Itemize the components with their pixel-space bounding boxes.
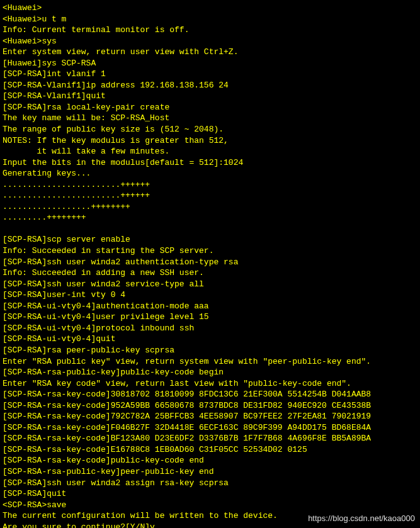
terminal-line: ........................++++++ — [3, 179, 417, 191]
terminal-line: <Huawei>sys — [3, 36, 417, 47]
terminal-line: [SCP-RSA]ssh user winda2 assign rsa-key … — [3, 478, 417, 489]
watermark-text: https://blog.csdn.net/kaoa000 — [308, 513, 415, 524]
terminal-line: <Huawei> — [3, 3, 417, 14]
terminal-line: [SCP-RSA-Vlanif1]ip address 192.168.138.… — [3, 80, 417, 91]
terminal-line: Enter "RSA key code" view, return last v… — [3, 378, 417, 390]
terminal-line: The key name will be: SCP-RSA_Host — [3, 113, 417, 124]
terminal-line: [SCP-RSA-rsa-key-code]public-key-code en… — [3, 455, 417, 466]
terminal-line: <SCP-RSA>save — [3, 500, 417, 511]
terminal-line: [SCP-RSA-rsa-public-key]peer-public-key … — [3, 466, 417, 478]
terminal-line: The range of public key size is (512 ~ 2… — [3, 124, 417, 135]
terminal-line: [SCP-RSA]int vlanif 1 — [3, 69, 417, 80]
terminal-line: [SCP-RSA-rsa-key-code]952A59BB 66580678 … — [3, 400, 417, 412]
terminal-line: [SCP-RSA-rsa-key-code]30818702 81810099 … — [3, 389, 417, 400]
terminal-line: Input the bits in the modulus[default = … — [3, 157, 417, 169]
terminal-line: [SCP-RSA-ui-vty0-4]user privilege level … — [3, 312, 417, 323]
terminal-line: [SCP-RSA]ssh user winda2 authentication-… — [3, 257, 417, 268]
terminal-line: [SCP-RSA-rsa-key-code]F046B27F 32D4418E … — [3, 422, 417, 434]
terminal-line: Generating keys... — [3, 168, 417, 179]
terminal-line: ..................++++++++ — [3, 201, 417, 213]
terminal-line: [SCP-RSA-ui-vty0-4]authentication-mode a… — [3, 301, 417, 312]
terminal-line: [SCP-RSA-Vlanif1]quit — [3, 91, 417, 102]
terminal-line: [SCP-RSA-rsa-public-key]public-key-code … — [3, 367, 417, 378]
terminal-line: [SCP-RSA]user-int vty 0 4 — [3, 289, 417, 301]
terminal-line: NOTES: If the key modulus is greater tha… — [3, 135, 417, 147]
terminal-line: Enter system view, return user view with… — [3, 47, 417, 58]
terminal-line: Enter "RSA public key" view, return syst… — [3, 356, 417, 368]
terminal-line: [SCP-RSA]rsa peer-public-key scprsa — [3, 345, 417, 356]
terminal-line: [Huawei]sys SCP-RSA — [3, 58, 417, 69]
terminal-line: [SCP-RSA-ui-vty0-4]quit — [3, 334, 417, 345]
terminal-line: [SCP-RSA]ssh user winda2 service-type al… — [3, 279, 417, 290]
terminal-line: [SCP-RSA-rsa-key-code]E16788C8 1EB0AD60 … — [3, 444, 417, 456]
terminal-line: Info: Succeeded in adding a new SSH user… — [3, 267, 417, 279]
terminal-output: <Huawei><Huawei>u t mInfo: Current termi… — [3, 3, 417, 528]
terminal-line: [SCP-RSA]quit — [3, 488, 417, 500]
terminal-line: <Huawei>u t m — [3, 14, 417, 25]
terminal-line: [SCP-RSA-ui-vty0-4]protocol inbound ssh — [3, 323, 417, 334]
terminal-line: Info: Current terminal monitor is off. — [3, 25, 417, 36]
terminal-line — [3, 223, 417, 235]
terminal-line: [SCP-RSA]rsa local-key-pair create — [3, 102, 417, 113]
terminal-line: [SCP-RSA-rsa-key-code]792C782A 25BFFCB3 … — [3, 411, 417, 422]
terminal-line: [SCP-RSA-rsa-key-code]BF123A80 D23E6DF2 … — [3, 433, 417, 444]
terminal-line: ........................++++++ — [3, 190, 417, 201]
terminal-line: Info: Succeeded in starting the SCP serv… — [3, 245, 417, 257]
terminal-line: [SCP-RSA]scp server enable — [3, 234, 417, 245]
terminal-line: .........++++++++ — [3, 212, 417, 223]
terminal-line: it will take a few minutes. — [3, 146, 417, 157]
